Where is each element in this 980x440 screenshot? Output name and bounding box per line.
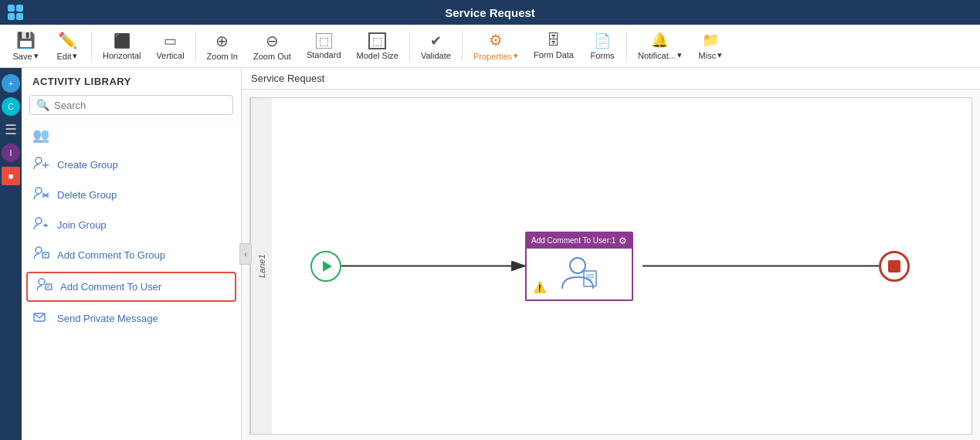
vertical-icon: ▭	[164, 32, 177, 49]
left-nav: + C ☰ I ■	[0, 68, 22, 440]
warning-badge: ⚠️	[533, 281, 546, 293]
zoom-in-label: Zoom In	[207, 52, 238, 61]
end-event[interactable]	[879, 251, 910, 282]
toolbar-properties[interactable]: ⚙ Properties ▾	[467, 28, 524, 64]
sidebar-item-delete-group[interactable]: Delete Group	[22, 180, 241, 210]
forms-icon: 📄	[594, 32, 611, 49]
left-nav-block[interactable]: ■	[2, 167, 20, 185]
node-header: Add Comment To User:1 ⚙	[527, 233, 632, 249]
sidebar-item-add-comment-user[interactable]: Add Comment To User	[26, 272, 236, 302]
search-input[interactable]	[54, 100, 226, 111]
flow-diagram: Add Comment To User:1 ⚙	[272, 98, 972, 434]
divider-2	[195, 31, 196, 62]
activity-node[interactable]: Add Comment To User:1 ⚙	[525, 232, 633, 301]
misc-label: Misc ▾	[699, 50, 723, 60]
app-grid-icon[interactable]	[8, 5, 23, 20]
delete-group-label: Delete Group	[57, 189, 117, 201]
delete-group-icon	[32, 186, 49, 204]
svg-point-20	[570, 258, 585, 273]
properties-label: Properties ▾	[473, 51, 518, 61]
toolbar-save[interactable]: 💾 Save ▾	[6, 28, 45, 64]
svg-rect-9	[42, 252, 49, 258]
toolbar-zoom-out[interactable]: ⊖ Zoom Out	[247, 29, 297, 64]
toolbar-vertical[interactable]: ▭ Vertical	[151, 29, 191, 63]
divider-4	[462, 31, 463, 62]
join-group-label: Join Group	[57, 219, 107, 231]
validate-label: Validate	[421, 51, 451, 60]
toolbar-zoom-in[interactable]: ⊕ Zoom In	[201, 29, 244, 64]
start-triangle-icon	[323, 261, 332, 272]
misc-icon: 📁	[702, 32, 719, 49]
search-icon: 🔍	[36, 99, 49, 111]
forms-label: Forms	[590, 51, 614, 60]
lane-container: Lane1	[249, 97, 972, 435]
toolbar-model-size[interactable]: ⬚ Model Size	[351, 29, 405, 63]
left-nav-c[interactable]: C	[2, 97, 20, 116]
sidebar-collapse-button[interactable]: ‹	[239, 243, 252, 265]
svg-point-3	[36, 188, 42, 194]
toolbar-forms[interactable]: 📄 Forms	[583, 29, 622, 63]
sidebar-item-scrolled-up: 👥	[22, 120, 241, 150]
toolbar-standard[interactable]: ⬚ Standard	[300, 30, 348, 63]
add-comment-group-icon	[32, 246, 49, 264]
svg-point-7	[36, 218, 42, 224]
start-event[interactable]	[310, 251, 341, 282]
model-size-label: Model Size	[357, 51, 398, 60]
create-group-label: Create Group	[57, 159, 118, 171]
node-gear-icon[interactable]: ⚙	[619, 235, 627, 246]
lane-label: Lane1	[250, 98, 272, 434]
toolbar-validate[interactable]: ✔ Validate	[415, 29, 457, 63]
model-size-icon: ⬚	[368, 32, 386, 49]
lane-content: Add Comment To User:1 ⚙	[272, 98, 972, 434]
toolbar-horizontal[interactable]: ⬛ Horizontal	[97, 29, 148, 63]
divider-5	[626, 31, 627, 62]
divider-1	[91, 31, 92, 62]
left-nav-add[interactable]: +	[2, 74, 20, 93]
edit-icon: ✏️	[58, 31, 77, 49]
group-icon-top: 👥	[32, 127, 49, 144]
svg-point-12	[39, 279, 45, 285]
sidebar-item-create-group[interactable]: Create Group	[22, 150, 241, 180]
create-group-icon	[32, 156, 49, 174]
svg-point-0	[36, 157, 42, 164]
end-square-icon	[888, 260, 900, 272]
toolbar: 💾 Save ▾ ✏️ Edit ▾ ⬛ Horizontal ▭ Vertic…	[0, 25, 980, 68]
zoom-out-icon: ⊖	[266, 32, 279, 50]
title-bar: Service Request	[0, 0, 980, 25]
node-title: Add Comment To User:1	[531, 236, 615, 245]
zoom-in-icon: ⊕	[215, 32, 229, 50]
edit-label: Edit ▾	[57, 51, 78, 61]
sidebar-title: ACTIVITY LIBRARY	[22, 68, 241, 92]
divider-3	[409, 31, 410, 62]
toolbar-notifications[interactable]: 🔔 Notificat... ▾	[632, 29, 688, 63]
form-data-label: Form Data	[534, 50, 574, 59]
validate-icon: ✔	[430, 32, 442, 49]
send-private-message-label: Send Private Message	[57, 313, 158, 324]
toolbar-edit[interactable]: ✏️ Edit ▾	[48, 28, 86, 64]
toolbar-misc[interactable]: 📁 Misc ▾	[691, 29, 730, 63]
search-box[interactable]: 🔍	[29, 95, 233, 115]
horizontal-icon: ⬛	[114, 32, 131, 49]
zoom-out-label: Zoom Out	[253, 52, 291, 61]
send-private-message-icon	[32, 310, 49, 327]
add-comment-user-icon	[36, 278, 53, 296]
notifications-icon: 🔔	[651, 32, 668, 49]
save-icon: 💾	[16, 31, 36, 49]
sidebar: ACTIVITY LIBRARY 🔍 👥 Create Group	[22, 68, 242, 440]
standard-icon: ⬚	[316, 33, 332, 49]
sidebar-item-send-private-message[interactable]: Send Private Message	[22, 303, 241, 333]
sidebar-item-add-comment-group[interactable]: Add Comment To Group	[22, 240, 241, 270]
left-nav-list[interactable]: ☰	[2, 120, 20, 139]
main-layout: + C ☰ I ■ ACTIVITY LIBRARY 🔍 👥	[0, 68, 980, 440]
save-label: Save ▾	[12, 51, 38, 61]
toolbar-form-data[interactable]: 🗄 Form Data	[527, 29, 580, 63]
node-user-svg	[556, 254, 602, 293]
left-nav-i[interactable]: I	[2, 144, 20, 162]
canvas-content[interactable]: Lane1	[242, 97, 980, 440]
form-data-icon: 🗄	[547, 32, 561, 49]
sidebar-item-join-group[interactable]: Join Group	[22, 210, 241, 240]
node-body: ⚠️	[527, 249, 632, 298]
svg-rect-13	[46, 284, 52, 289]
standard-label: Standard	[307, 50, 341, 59]
add-comment-user-label: Add Comment To User	[60, 281, 161, 293]
